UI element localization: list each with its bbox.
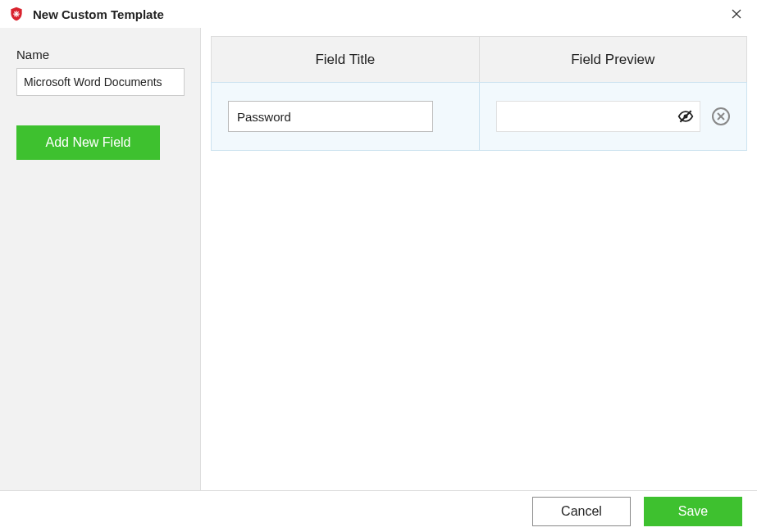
field-title-input[interactable] [228,101,433,132]
window-title: New Custom Template [33,7,724,21]
table-row [211,82,747,151]
close-button[interactable] [724,2,749,26]
cancel-button[interactable]: Cancel [532,497,631,526]
main-area: Name Add New Field Field Title Field Pre… [0,28,757,490]
save-button[interactable]: Save [644,497,742,526]
close-icon [732,9,741,19]
remove-field-button[interactable] [712,107,730,125]
titlebar: New Custom Template [0,0,757,28]
add-new-field-button[interactable]: Add New Field [16,125,160,160]
field-preview-input[interactable] [496,101,701,132]
name-label: Name [16,48,184,61]
toggle-visibility-icon[interactable] [677,108,694,125]
sidebar: Name Add New Field [0,28,201,490]
cell-field-title [212,83,480,150]
content-area: Field Title Field Preview [201,28,757,490]
table-header: Field Title Field Preview [211,36,747,82]
x-icon [717,112,725,120]
cell-field-preview [480,101,747,132]
app-shield-icon [8,6,25,22]
column-header-field-title: Field Title [212,37,480,82]
footer: Cancel Save [0,490,757,532]
column-header-field-preview: Field Preview [480,37,747,82]
name-input[interactable] [16,68,185,96]
